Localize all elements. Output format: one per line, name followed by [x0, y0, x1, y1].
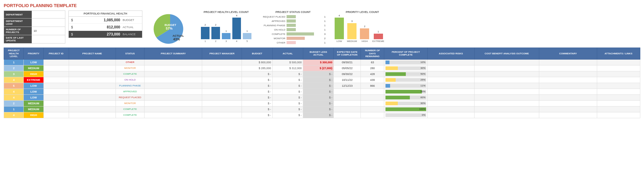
- cell-risks[interactable]: [427, 59, 474, 65]
- cell-risks[interactable]: [427, 77, 474, 83]
- actual-row: $ 812,000 ACTUAL: [69, 24, 142, 31]
- update-value[interactable]: [32, 35, 65, 43]
- cell-cost[interactable]: [474, 106, 539, 112]
- cell-risks[interactable]: [427, 83, 474, 89]
- cell-name[interactable]: [69, 59, 116, 65]
- cell-commentary[interactable]: [539, 94, 597, 100]
- cell-attachments[interactable]: [597, 65, 640, 71]
- cell-commentary[interactable]: [539, 65, 597, 71]
- cell-commentary[interactable]: [539, 106, 597, 112]
- cell-cost[interactable]: [474, 59, 539, 65]
- cell-budget: $ -: [242, 106, 272, 112]
- cell-manager[interactable]: [202, 112, 242, 118]
- cell-commentary[interactable]: [539, 71, 597, 77]
- cell-budget: $ -: [242, 100, 272, 106]
- cell-manager[interactable]: [202, 100, 242, 106]
- cell-cost[interactable]: [474, 71, 539, 77]
- cell-risks[interactable]: [427, 100, 474, 106]
- cell-cost[interactable]: [474, 94, 539, 100]
- cell-summary[interactable]: [145, 65, 202, 71]
- cell-id[interactable]: [43, 106, 69, 112]
- cell-progress: 10%: [384, 59, 427, 65]
- cell-id[interactable]: [43, 71, 69, 77]
- cell-attachments[interactable]: [597, 94, 640, 100]
- cell-id[interactable]: [43, 94, 69, 100]
- cell-attachments[interactable]: [597, 89, 640, 94]
- cell-risks[interactable]: [427, 94, 474, 100]
- cell-risks[interactable]: [427, 106, 474, 112]
- department-label: DEPARTMENT: [4, 11, 32, 18]
- cell-budget: $ -: [242, 83, 272, 89]
- cell-commentary[interactable]: [539, 59, 597, 65]
- cell-risks[interactable]: [427, 65, 474, 71]
- cell-cost[interactable]: [474, 100, 539, 106]
- cell-attachments[interactable]: [597, 100, 640, 106]
- cell-cost[interactable]: [474, 89, 539, 94]
- cell-summary[interactable]: [145, 71, 202, 77]
- cell-summary[interactable]: [145, 77, 202, 83]
- cell-id[interactable]: [43, 83, 69, 89]
- cell-attachments[interactable]: [597, 112, 640, 118]
- cell-id[interactable]: [43, 100, 69, 106]
- cell-days: [361, 112, 384, 118]
- health-bar-3: 1 3: [222, 30, 230, 43]
- cell-actual: $ -: [272, 100, 303, 106]
- cell-manager[interactable]: [202, 106, 242, 112]
- cell-summary[interactable]: [145, 83, 202, 89]
- cell-name[interactable]: [69, 112, 116, 118]
- cell-summary[interactable]: [145, 94, 202, 100]
- cell-balance: $ -: [303, 83, 334, 89]
- cell-attachments[interactable]: [597, 71, 640, 77]
- cell-commentary[interactable]: [539, 89, 597, 94]
- cell-priority: HIGH: [24, 112, 43, 118]
- cell-name[interactable]: [69, 89, 116, 94]
- cell-status: COMPLETE: [116, 112, 145, 118]
- cell-attachments[interactable]: [597, 106, 640, 112]
- cell-commentary[interactable]: [539, 83, 597, 89]
- cell-id[interactable]: [43, 59, 69, 65]
- cell-id[interactable]: [43, 77, 69, 83]
- cell-risks[interactable]: [427, 71, 474, 77]
- cell-manager[interactable]: [202, 94, 242, 100]
- cell-id[interactable]: [43, 112, 69, 118]
- cell-summary[interactable]: [145, 59, 202, 65]
- cell-risks[interactable]: [427, 89, 474, 94]
- cell-name[interactable]: [69, 100, 116, 106]
- cell-manager[interactable]: [202, 71, 242, 77]
- cell-manager[interactable]: [202, 89, 242, 94]
- cell-name[interactable]: [69, 65, 116, 71]
- balance-row: $ 273,000 BALANCE: [69, 31, 142, 38]
- department-value[interactable]: [32, 11, 65, 18]
- cell-cost[interactable]: [474, 77, 539, 83]
- cell-commentary[interactable]: [539, 77, 597, 83]
- cell-attachments[interactable]: [597, 77, 640, 83]
- cell-summary[interactable]: [145, 106, 202, 112]
- cell-name[interactable]: [69, 94, 116, 100]
- cell-cost[interactable]: [474, 83, 539, 89]
- cell-name[interactable]: [69, 71, 116, 77]
- cell-manager[interactable]: [202, 77, 242, 83]
- cell-cost[interactable]: [474, 65, 539, 71]
- cell-name[interactable]: [69, 106, 116, 112]
- financial-box: PORTFOLIO FINANCIAL HEALTH $ 1,085,000 B…: [68, 10, 142, 38]
- cell-summary[interactable]: [145, 100, 202, 106]
- cell-name[interactable]: [69, 77, 116, 83]
- cell-attachments[interactable]: [597, 83, 640, 89]
- cell-cost[interactable]: [474, 112, 539, 118]
- cell-commentary[interactable]: [539, 112, 597, 118]
- cell-manager[interactable]: [202, 59, 242, 65]
- cell-summary[interactable]: [145, 89, 202, 94]
- cell-risks[interactable]: [427, 112, 474, 118]
- cell-commentary[interactable]: [539, 100, 597, 106]
- lead-value[interactable]: [32, 19, 65, 27]
- budget-label: BUDGET: [123, 19, 140, 22]
- cell-manager[interactable]: [202, 65, 242, 71]
- cell-id[interactable]: [43, 89, 69, 94]
- cell-name[interactable]: [69, 83, 116, 89]
- cell-attachments[interactable]: [597, 59, 640, 65]
- cell-id[interactable]: [43, 65, 69, 71]
- cell-manager[interactable]: [202, 83, 242, 89]
- cell-summary[interactable]: [145, 112, 202, 118]
- projects-value[interactable]: 10: [32, 27, 65, 35]
- table-row: 1 LOW OTHER $ 800,000 $ 500,000 $ 300,00…: [4, 59, 640, 65]
